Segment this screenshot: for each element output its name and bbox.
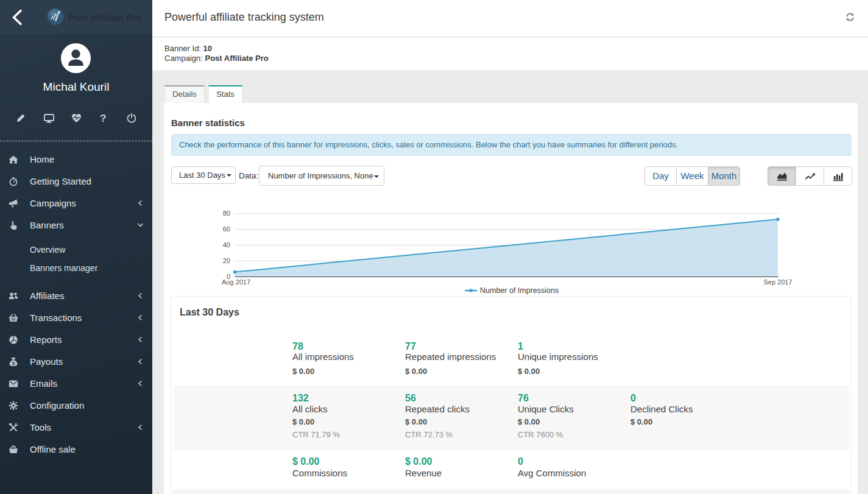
svg-text:Aug 2017: Aug 2017 <box>222 278 250 286</box>
svg-text:Sep 2017: Sep 2017 <box>763 278 792 286</box>
svg-text:60: 60 <box>223 225 230 233</box>
svg-text:80: 80 <box>223 210 230 217</box>
svg-text:40: 40 <box>223 241 230 249</box>
svg-text:20: 20 <box>223 257 230 264</box>
